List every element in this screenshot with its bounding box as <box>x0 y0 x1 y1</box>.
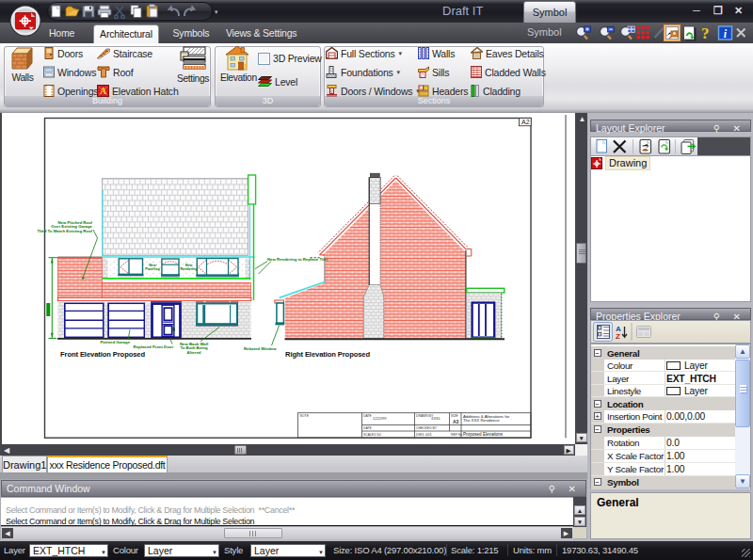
svg-text:The XXX Residence: The XXX Residence <box>463 418 500 423</box>
svg-text:Z: Z <box>616 332 620 341</box>
svg-text:Rebated Window: Rebated Window <box>244 346 277 351</box>
svg-text:Painted Garage: Painted Garage <box>101 340 131 344</box>
svg-text:REF No: REF No <box>451 433 462 437</box>
svg-text:Right Elevation Proposed: Right Elevation Proposed <box>285 350 370 359</box>
svg-text:NOTE: NOTE <box>300 414 310 418</box>
svg-text:SIZE: SIZE <box>451 414 458 418</box>
svg-text:Altered: Altered <box>187 350 201 355</box>
svg-text:A2: A2 <box>521 119 530 125</box>
svg-text:XXXL: XXXL <box>431 416 441 421</box>
svg-text:Rendering: Rendering <box>180 267 197 271</box>
svg-text:DWG: DWG <box>416 433 425 437</box>
svg-text:CHECKED BY: CHECKED BY <box>416 426 438 430</box>
svg-text:DATE: DATE <box>363 426 373 430</box>
svg-text:1:50: 1:50 <box>374 432 382 437</box>
svg-text:A: A <box>100 86 107 96</box>
svg-text:+: + <box>599 326 601 329</box>
svg-text:Proposed Elevations: Proposed Elevations <box>463 432 504 437</box>
svg-text:001: 001 <box>425 432 432 437</box>
svg-text:New Rendering to Replace Tiles: New Rendering to Replace Tiles <box>267 257 329 262</box>
svg-text:New: New <box>185 264 193 267</box>
svg-text:Paneling: Paneling <box>145 267 159 271</box>
svg-text:+: + <box>599 332 601 336</box>
svg-text:Front Elevation Proposed: Front Elevation Proposed <box>60 350 145 359</box>
svg-text:New: New <box>149 264 156 267</box>
svg-text:A3: A3 <box>453 419 459 424</box>
svg-text:Tiled To Match Existing Roof: Tiled To Match Existing Roof <box>37 229 92 233</box>
svg-text:DATE: DATE <box>363 414 373 418</box>
svg-text:1222/99: 1222/99 <box>373 416 387 421</box>
